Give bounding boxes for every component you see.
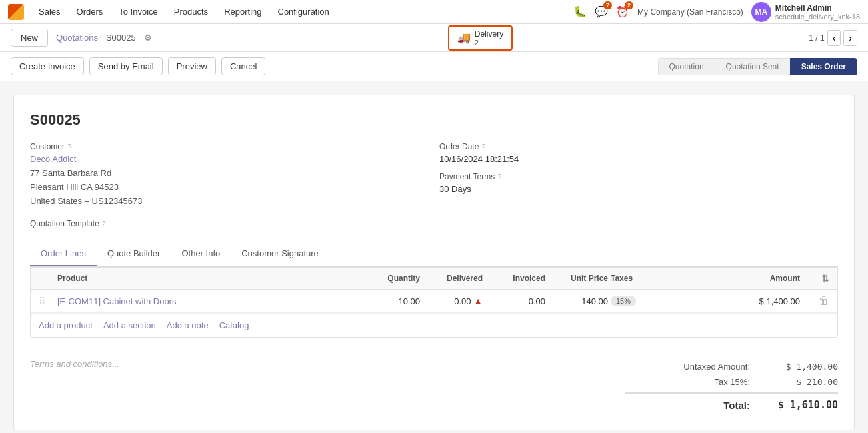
main-content: S00025 Customer ? Deco Addict 77 Santa B… (0, 81, 868, 433)
preview-button[interactable]: Preview (168, 57, 216, 75)
unit-price-cell[interactable]: 140.00 (548, 296, 608, 306)
product-name-cell[interactable]: [E-COM11] Cabinet with Doors (57, 296, 357, 306)
delivery-info: Delivery 2 (475, 29, 503, 47)
order-tabs: Order Lines Quote Builder Other Info Cus… (30, 242, 838, 267)
delivery-button[interactable]: 🚚 Delivery 2 (448, 25, 513, 51)
nav-right-area: 🐛 💬 7 ⏰ 2 My Company (San Francisco) MA … (573, 2, 860, 22)
status-sales-order[interactable]: Sales Order (790, 58, 857, 75)
tab-quote-builder[interactable]: Quote Builder (97, 242, 171, 266)
quantity-cell[interactable]: 10.00 (360, 296, 420, 306)
add-row-actions: Add a product Add a section Add a note C… (31, 313, 837, 337)
chart-icon[interactable]: ▲ (473, 296, 483, 306)
order-lines-table: Product Quantity Delivered Invoiced Unit… (30, 267, 838, 338)
prev-record-button[interactable]: ‹ (827, 30, 841, 46)
settings-gear-icon[interactable]: ⚙ (144, 33, 152, 43)
activity-badge: 2 (625, 1, 633, 9)
payment-terms-help-icon[interactable]: ? (497, 173, 501, 181)
sort-icon[interactable]: ⇅ (821, 273, 829, 284)
delivery-count: 2 (475, 39, 503, 47)
cancel-button[interactable]: Cancel (221, 57, 265, 75)
status-quotation-sent[interactable]: Quotation Sent (715, 58, 791, 75)
col-taxes-header: Taxes (611, 274, 717, 283)
nav-configuration[interactable]: Configuration (271, 3, 336, 21)
col-quantity-header: Quantity (360, 274, 420, 283)
order-date-label: Order Date ? (439, 142, 838, 151)
action-bar: Create Invoice Send by Email Preview Can… (0, 52, 868, 81)
payment-terms-field: Payment Terms ? 30 Days (439, 172, 838, 194)
payment-terms-label: Payment Terms ? (439, 172, 838, 181)
tab-other-info[interactable]: Other Info (171, 242, 231, 266)
pagination-text: 1 / 1 (809, 33, 824, 43)
order-form-top: Customer ? Deco Addict 77 Santa Barbara … (30, 142, 838, 208)
untaxed-label: Untaxed Amount: (657, 362, 750, 372)
untaxed-amount-row: Untaxed Amount: $ 1,400.00 (625, 359, 838, 374)
add-product-link[interactable]: Add a product (39, 320, 93, 330)
activity-icon-wrap[interactable]: ⏰ 2 (616, 5, 629, 18)
breadcrumb-quotations[interactable]: Quotations (56, 33, 98, 43)
untaxed-value: $ 1,400.00 (771, 362, 838, 372)
delivery-label: Delivery (475, 29, 503, 39)
breadcrumb-record-id: S00025 (106, 33, 136, 43)
delete-row-button[interactable]: 🗑 (819, 295, 829, 306)
bug-icon: 🐛 (573, 6, 587, 17)
order-number: S00025 (30, 111, 838, 129)
col-amount-header: Amount (720, 274, 800, 283)
address-line2: Pleasant Hill CA 94523 (30, 181, 429, 195)
add-section-link[interactable]: Add a section (103, 320, 156, 330)
tax-value: $ 210.00 (771, 377, 838, 387)
nav-reporting[interactable]: Reporting (217, 3, 268, 21)
summary-area: Terms and conditions... Untaxed Amount: … (30, 354, 838, 414)
customer-label: Customer ? (30, 142, 429, 151)
catalog-link[interactable]: Catalog (219, 320, 249, 330)
tax-row: Tax 15%: $ 210.00 (625, 374, 838, 390)
customer-field-group: Customer ? Deco Addict 77 Santa Barbara … (30, 142, 429, 208)
address-line3: United States – US12345673 (30, 195, 429, 209)
top-navigation: Sales Orders To Invoice Products Reporti… (0, 0, 868, 24)
address-line1: 77 Santa Barbara Rd (30, 167, 429, 181)
chat-icon-wrap[interactable]: 💬 7 (595, 5, 608, 18)
invoiced-cell[interactable]: 0.00 (485, 296, 545, 306)
quotation-template-label: Quotation Template ? (30, 219, 106, 228)
quotation-template-help-icon[interactable]: ? (102, 220, 106, 228)
add-note-link[interactable]: Add a note (167, 320, 209, 330)
order-date-field: Order Date ? 10/16/2024 18:21:54 (439, 142, 838, 164)
taxes-cell[interactable]: 15% (611, 296, 717, 306)
user-subtitle: schedule_delivery_knk-18 (775, 13, 860, 21)
amount-cell: $ 1,400.00 (720, 296, 800, 306)
nav-products[interactable]: Products (167, 3, 215, 21)
status-quotation[interactable]: Quotation (658, 58, 715, 75)
truck-icon: 🚚 (457, 31, 471, 44)
total-label: Total: (657, 400, 750, 411)
table-row: ⠿ [E-COM11] Cabinet with Doors 10.00 0.0… (31, 290, 837, 313)
user-profile[interactable]: MA Mitchell Admin schedule_delivery_knk-… (751, 2, 860, 22)
col-invoiced-header: Invoiced (485, 274, 545, 283)
customer-name[interactable]: Deco Addict (30, 154, 429, 164)
col-product-header: Product (57, 274, 357, 283)
customer-help-icon[interactable]: ? (67, 143, 71, 151)
tax-badge: 15% (611, 296, 636, 306)
pagination-controls: 1 / 1 ‹ › (809, 30, 857, 46)
user-info: Mitchell Admin schedule_delivery_knk-18 (775, 3, 860, 21)
app-logo[interactable] (8, 4, 24, 20)
customer-address: 77 Santa Barbara Rd Pleasant Hill CA 945… (30, 167, 429, 208)
payment-terms-value[interactable]: 30 Days (439, 184, 838, 194)
order-date-value[interactable]: 10/16/2024 18:21:54 (439, 154, 838, 164)
chat-badge: 7 (603, 1, 612, 9)
tab-order-lines[interactable]: Order Lines (30, 242, 97, 266)
col-delivered-header: Delivered (423, 274, 483, 283)
delete-cell: 🗑 (803, 295, 829, 307)
table-header: Product Quantity Delivered Invoiced Unit… (31, 268, 837, 290)
next-record-button[interactable]: › (843, 30, 857, 46)
terms-and-conditions[interactable]: Terms and conditions... (30, 359, 625, 369)
nav-to-invoice[interactable]: To Invoice (112, 3, 165, 21)
nav-orders[interactable]: Orders (70, 3, 110, 21)
drag-handle-icon[interactable]: ⠿ (39, 296, 55, 306)
send-by-email-button[interactable]: Send by Email (89, 57, 163, 75)
status-pipeline: Quotation Quotation Sent Sales Order (658, 58, 857, 75)
bug-icon-wrap[interactable]: 🐛 (573, 5, 587, 18)
tab-customer-signature[interactable]: Customer Signature (231, 242, 329, 266)
create-invoice-button[interactable]: Create Invoice (11, 57, 84, 75)
new-button[interactable]: New (11, 29, 48, 47)
nav-sales[interactable]: Sales (32, 3, 67, 21)
order-date-help-icon[interactable]: ? (481, 143, 485, 151)
